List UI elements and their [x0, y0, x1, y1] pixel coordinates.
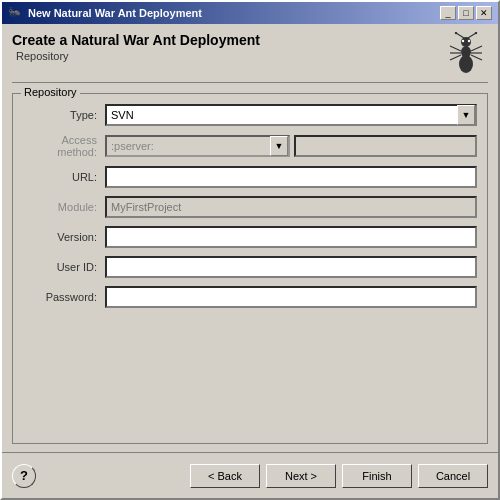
svg-point-1 — [461, 46, 471, 58]
version-control — [105, 226, 477, 248]
version-label: Version: — [23, 231, 105, 243]
svg-line-10 — [471, 46, 482, 51]
title-bar-buttons: _ □ ✕ — [440, 6, 492, 20]
svg-point-13 — [462, 40, 464, 42]
url-label: URL: — [23, 171, 105, 183]
version-row: Version: — [23, 226, 477, 248]
next-button[interactable]: Next > — [266, 464, 336, 488]
module-control — [105, 196, 477, 218]
access-extra-input[interactable] — [294, 135, 477, 157]
url-input[interactable] — [105, 166, 477, 188]
page-title: Create a Natural War Ant Deployment — [12, 32, 260, 48]
type-select[interactable]: SVN CVS Git — [105, 104, 477, 126]
type-select-wrapper: SVN CVS Git — [105, 104, 477, 126]
svg-line-3 — [456, 33, 464, 38]
content-area: Create a Natural War Ant Deployment Repo… — [2, 24, 498, 452]
help-button[interactable]: ? — [12, 464, 36, 488]
url-control — [105, 166, 477, 188]
module-row: Module: — [23, 196, 477, 218]
access-method-select[interactable]: :pserver: — [105, 135, 290, 157]
access-row-inner: :pserver: — [105, 135, 477, 157]
password-input[interactable] — [105, 286, 477, 308]
type-control: SVN CVS Git — [105, 104, 477, 126]
access-method-row: Access method: :pserver: — [23, 134, 477, 158]
title-bar: 🐜 New Natural War Ant Deployment _ □ ✕ — [2, 2, 498, 24]
finish-button[interactable]: Finish — [342, 464, 412, 488]
password-row: Password: — [23, 286, 477, 308]
svg-line-9 — [450, 55, 461, 60]
url-row: URL: — [23, 166, 477, 188]
bottom-bar: ? < Back Next > Finish Cancel — [2, 452, 498, 498]
group-box-label: Repository — [21, 86, 80, 98]
access-method-control: :pserver: — [105, 135, 477, 157]
userid-input[interactable] — [105, 256, 477, 278]
svg-line-4 — [468, 33, 476, 38]
access-select-wrapper: :pserver: — [105, 135, 290, 157]
password-control — [105, 286, 477, 308]
ant-icon — [446, 32, 486, 76]
title-bar-left: 🐜 New Natural War Ant Deployment — [8, 6, 202, 20]
close-button[interactable]: ✕ — [476, 6, 492, 20]
userid-control — [105, 256, 477, 278]
window-title: New Natural War Ant Deployment — [28, 7, 202, 19]
type-row: Type: SVN CVS Git — [23, 104, 477, 126]
page-subtitle: Repository — [12, 50, 260, 62]
header-section: Create a Natural War Ant Deployment Repo… — [12, 32, 488, 83]
version-input[interactable] — [105, 226, 477, 248]
main-window: 🐜 New Natural War Ant Deployment _ □ ✕ C… — [0, 0, 500, 500]
password-label: Password: — [23, 291, 105, 303]
type-label: Type: — [23, 109, 105, 121]
module-label: Module: — [23, 201, 105, 213]
repository-group: Repository Type: SVN CVS Git Access met — [12, 93, 488, 444]
header-icon — [444, 32, 488, 76]
minimize-button[interactable]: _ — [440, 6, 456, 20]
svg-point-14 — [468, 40, 470, 42]
header-text: Create a Natural War Ant Deployment Repo… — [12, 32, 260, 62]
svg-line-7 — [450, 46, 461, 51]
module-input[interactable] — [105, 196, 477, 218]
window-icon: 🐜 — [8, 6, 22, 20]
back-button[interactable]: < Back — [190, 464, 260, 488]
svg-line-12 — [471, 55, 482, 60]
cancel-button[interactable]: Cancel — [418, 464, 488, 488]
maximize-button[interactable]: □ — [458, 6, 474, 20]
navigation-buttons: < Back Next > Finish Cancel — [190, 464, 488, 488]
userid-label: User ID: — [23, 261, 105, 273]
access-method-label: Access method: — [23, 134, 105, 158]
userid-row: User ID: — [23, 256, 477, 278]
